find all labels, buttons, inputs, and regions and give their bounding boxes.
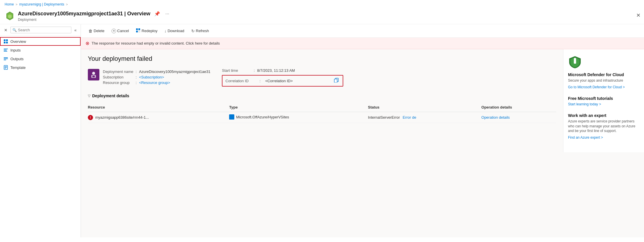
content-right-sidebar: Microsoft Defender for Cloud Secure your… <box>563 49 644 152</box>
breadcrumb: Home > myazuremigrg | Deployments > <box>0 0 644 9</box>
svg-rect-9 <box>4 50 7 50</box>
pin-icon: 📌 <box>154 11 160 16</box>
details-table: Resource Type Status Operation details !… <box>88 103 556 123</box>
breadcrumb-sep-1: > <box>16 3 17 6</box>
more-options-button[interactable]: ··· <box>164 10 170 18</box>
overview-icon <box>3 39 8 44</box>
refresh-button[interactable]: ↻ Refresh <box>188 27 212 35</box>
sidebar: ✕ 🔍 « Overview Inputs <box>0 24 81 237</box>
cancel-icon: ✕ <box>112 29 116 33</box>
alert-icon: ⊗ <box>86 41 89 46</box>
resource-group-label: Resource group <box>103 80 136 85</box>
resource-name: myazmigsapp6386site/rrn44-1... <box>95 115 149 120</box>
table-header: Resource Type Status Operation details <box>88 103 556 112</box>
start-time-row: Start time : 8/7/2023, 11:12:13 AM <box>222 68 343 73</box>
breadcrumb-sep-2: > <box>66 3 68 6</box>
resource-cell: ! myazmigsapp6386site/rrn44-1... <box>88 112 229 123</box>
main-content-area: 🗑 Delete ✕ Cancel Redeploy <box>81 24 644 237</box>
deployment-name-label: Deployment name <box>103 69 136 74</box>
sidebar-close-button[interactable]: ✕ <box>3 27 9 33</box>
col-type: Type <box>229 103 368 112</box>
copy-icon <box>334 78 339 83</box>
resource-group-link[interactable]: <Resource group> <box>139 80 170 85</box>
refresh-icon: ↻ <box>191 29 195 33</box>
svg-rect-11 <box>4 57 8 58</box>
info-left: Deployment name : AzureDiscovery1005myaz… <box>88 68 210 86</box>
sidebar-item-overview-label: Overview <box>10 39 26 44</box>
sidebar-item-outputs[interactable]: Outputs <box>0 54 81 63</box>
correlation-id-label: Correlation ID <box>225 79 257 83</box>
search-input[interactable] <box>18 28 69 32</box>
breadcrumb-deployments[interactable]: myazuremigrg | Deployments <box>19 2 64 6</box>
info-row-subscription: Subscription : <Subscription> <box>103 75 210 79</box>
error-circle-icon: ! <box>88 115 93 120</box>
expand-icon: ▽ <box>88 94 90 98</box>
copy-correlation-id-button[interactable] <box>333 77 340 84</box>
svg-rect-7 <box>6 42 8 43</box>
defender-shield-icon <box>568 55 582 69</box>
sidebar-item-template[interactable]: Template <box>0 63 81 72</box>
col-resource: Resource <box>88 103 229 112</box>
defender-desc: Secure your apps and infrastructure <box>568 78 639 83</box>
cancel-button[interactable]: ✕ Cancel <box>109 27 132 35</box>
outputs-icon <box>3 56 8 61</box>
svg-rect-15 <box>5 66 7 67</box>
sidebar-item-inputs[interactable]: Inputs <box>0 46 81 54</box>
inputs-icon <box>3 48 8 52</box>
defender-section: Microsoft Defender for Cloud Secure your… <box>568 55 639 89</box>
content-area: Your deployment failed <box>81 49 644 152</box>
defender-link[interactable]: Go to Microsoft Defender for Cloud > <box>568 85 625 89</box>
redeploy-button[interactable]: Redeploy <box>133 27 160 35</box>
sidebar-item-overview[interactable]: Overview <box>0 37 81 46</box>
page-header-icon <box>5 11 15 21</box>
deployment-details-title: Deployment details <box>92 94 129 98</box>
info-right: Start time : 8/7/2023, 11:12:13 AM Corre… <box>222 68 343 87</box>
svg-rect-18 <box>136 28 138 30</box>
svg-rect-12 <box>4 58 8 59</box>
col-opdetails: Operation details <box>481 103 556 112</box>
type-cell: Microsoft.OffAzure/HyperVSites <box>229 112 368 123</box>
correlation-id-box: Correlation ID : <Correlation ID> <box>222 75 343 87</box>
svg-rect-19 <box>138 28 140 30</box>
sidebar-collapse-button[interactable]: « <box>73 27 78 33</box>
download-button[interactable]: ↓ Download <box>162 27 187 35</box>
delete-button[interactable]: 🗑 Delete <box>86 27 107 35</box>
info-grid: Deployment name : AzureDiscovery1005myaz… <box>88 68 556 87</box>
deployment-failed-title: Your deployment failed <box>88 55 556 63</box>
expert-link[interactable]: Find an Azure expert > <box>568 135 603 140</box>
status-text: InternalServerError <box>368 115 400 120</box>
start-time-value: 8/7/2023, 11:12:13 AM <box>257 68 343 73</box>
resource-type: Microsoft.OffAzure/HyperVSites <box>236 115 289 119</box>
start-time-label: Start time <box>222 68 254 73</box>
opdetails-cell: Operation details <box>481 112 556 123</box>
svg-rect-5 <box>6 39 8 41</box>
col-status: Status <box>368 103 481 112</box>
sidebar-toolbar: ✕ 🔍 « <box>0 24 81 36</box>
svg-rect-8 <box>4 49 8 49</box>
svg-rect-13 <box>4 60 6 60</box>
subscription-link[interactable]: <Subscription> <box>139 75 164 79</box>
subscription-colon: : <box>136 75 139 79</box>
tutorials-link[interactable]: Start learning today > <box>568 102 601 106</box>
error-link[interactable]: Error de <box>403 115 416 120</box>
sidebar-nav: Overview Inputs Outputs Template <box>0 36 81 73</box>
redeploy-icon <box>136 28 140 34</box>
download-label: Download <box>168 29 184 33</box>
type-resource-icon <box>229 114 234 120</box>
page-subtitle: Deployment <box>18 18 639 22</box>
svg-rect-4 <box>4 39 5 41</box>
subscription-value: <Subscription> <box>139 75 210 79</box>
pin-button[interactable]: 📌 <box>153 10 161 18</box>
svg-rect-27 <box>574 60 576 64</box>
ellipsis-icon: ··· <box>165 11 169 16</box>
alert-banner[interactable]: ⊗ The response for resource had empty or… <box>81 38 644 49</box>
operation-details-link[interactable]: Operation details <box>481 115 510 120</box>
deployment-details-header[interactable]: ▽ Deployment details <box>88 94 556 98</box>
breadcrumb-home[interactable]: Home <box>5 2 14 6</box>
svg-rect-21 <box>138 31 140 32</box>
name-colon: : <box>136 69 139 74</box>
sidebar-item-outputs-label: Outputs <box>10 57 24 61</box>
sidebar-search-container: 🔍 <box>10 27 71 33</box>
close-panel-button[interactable]: ✕ <box>636 12 641 19</box>
delete-label: Delete <box>94 29 105 33</box>
